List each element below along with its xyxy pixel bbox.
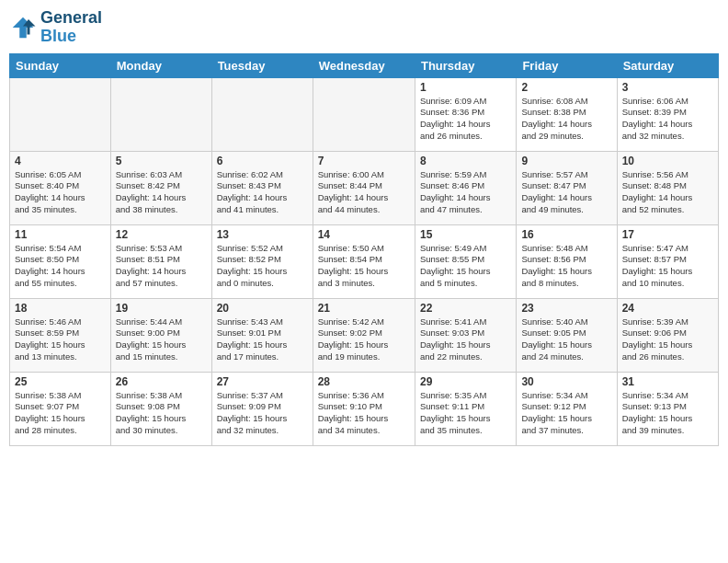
day-info: Sunrise: 5:36 AM Sunset: 9:10 PM Dayligh… xyxy=(318,390,410,437)
calendar-cell: 2Sunrise: 6:08 AM Sunset: 8:38 PM Daylig… xyxy=(517,77,617,151)
day-number: 26 xyxy=(116,375,207,388)
day-number: 19 xyxy=(116,302,207,315)
day-info: Sunrise: 5:47 AM Sunset: 8:57 PM Dayligh… xyxy=(622,243,713,290)
calendar-cell: 31Sunrise: 5:34 AM Sunset: 9:13 PM Dayli… xyxy=(617,372,718,445)
day-number: 3 xyxy=(622,81,713,94)
calendar-cell: 7Sunrise: 6:00 AM Sunset: 8:44 PM Daylig… xyxy=(313,151,415,224)
day-number: 1 xyxy=(420,81,511,94)
day-info: Sunrise: 5:38 AM Sunset: 9:08 PM Dayligh… xyxy=(116,390,207,437)
logo: General Blue xyxy=(9,9,102,46)
day-number: 28 xyxy=(318,375,410,388)
day-number: 20 xyxy=(217,302,308,315)
calendar-cell: 22Sunrise: 5:41 AM Sunset: 9:03 PM Dayli… xyxy=(415,298,516,372)
weekday-header-saturday: Saturday xyxy=(617,53,718,77)
day-info: Sunrise: 5:50 AM Sunset: 8:54 PM Dayligh… xyxy=(318,243,410,290)
weekday-header-wednesday: Wednesday xyxy=(313,53,415,77)
calendar-week-5: 25Sunrise: 5:38 AM Sunset: 9:07 PM Dayli… xyxy=(10,372,719,445)
calendar-cell: 14Sunrise: 5:50 AM Sunset: 8:54 PM Dayli… xyxy=(313,224,415,298)
day-number: 21 xyxy=(318,302,410,315)
day-number: 15 xyxy=(420,228,511,241)
day-info: Sunrise: 5:38 AM Sunset: 9:07 PM Dayligh… xyxy=(15,390,106,437)
calendar-cell: 12Sunrise: 5:53 AM Sunset: 8:51 PM Dayli… xyxy=(110,224,211,298)
day-number: 9 xyxy=(521,155,611,167)
day-info: Sunrise: 5:37 AM Sunset: 9:09 PM Dayligh… xyxy=(217,390,308,437)
day-info: Sunrise: 5:46 AM Sunset: 8:59 PM Dayligh… xyxy=(15,316,106,363)
calendar-cell: 18Sunrise: 5:46 AM Sunset: 8:59 PM Dayli… xyxy=(10,298,111,372)
calendar-cell: 28Sunrise: 5:36 AM Sunset: 9:10 PM Dayli… xyxy=(313,372,415,445)
calendar-cell: 6Sunrise: 6:02 AM Sunset: 8:43 PM Daylig… xyxy=(211,151,313,224)
calendar-cell: 26Sunrise: 5:38 AM Sunset: 9:08 PM Dayli… xyxy=(110,372,211,445)
day-info: Sunrise: 5:42 AM Sunset: 9:02 PM Dayligh… xyxy=(318,316,410,363)
day-info: Sunrise: 5:39 AM Sunset: 9:06 PM Dayligh… xyxy=(622,316,713,363)
day-info: Sunrise: 6:06 AM Sunset: 8:39 PM Dayligh… xyxy=(622,96,713,143)
day-number: 16 xyxy=(521,228,611,241)
page-container: General Blue SundayMondayTuesdayWednesda… xyxy=(0,0,728,563)
day-info: Sunrise: 5:34 AM Sunset: 9:12 PM Dayligh… xyxy=(521,390,611,437)
day-info: Sunrise: 5:59 AM Sunset: 8:46 PM Dayligh… xyxy=(420,169,511,216)
calendar-cell: 21Sunrise: 5:42 AM Sunset: 9:02 PM Dayli… xyxy=(313,298,415,372)
day-info: Sunrise: 6:09 AM Sunset: 8:36 PM Dayligh… xyxy=(420,96,511,143)
day-info: Sunrise: 6:00 AM Sunset: 8:44 PM Dayligh… xyxy=(318,169,410,216)
calendar-cell: 27Sunrise: 5:37 AM Sunset: 9:09 PM Dayli… xyxy=(211,372,313,445)
calendar-cell: 4Sunrise: 6:05 AM Sunset: 8:40 PM Daylig… xyxy=(10,151,111,224)
weekday-header-friday: Friday xyxy=(517,53,617,77)
weekday-header-tuesday: Tuesday xyxy=(211,53,313,77)
day-info: Sunrise: 6:03 AM Sunset: 8:42 PM Dayligh… xyxy=(116,169,207,216)
day-info: Sunrise: 5:56 AM Sunset: 8:48 PM Dayligh… xyxy=(622,169,713,216)
day-number: 7 xyxy=(318,155,410,167)
day-number: 13 xyxy=(217,228,308,241)
calendar-cell: 10Sunrise: 5:56 AM Sunset: 8:48 PM Dayli… xyxy=(617,151,718,224)
calendar: SundayMondayTuesdayWednesdayThursdayFrid… xyxy=(9,53,719,446)
day-info: Sunrise: 5:53 AM Sunset: 8:51 PM Dayligh… xyxy=(116,243,207,290)
day-info: Sunrise: 5:54 AM Sunset: 8:50 PM Dayligh… xyxy=(15,243,106,290)
calendar-header-row: SundayMondayTuesdayWednesdayThursdayFrid… xyxy=(10,53,719,77)
calendar-cell: 16Sunrise: 5:48 AM Sunset: 8:56 PM Dayli… xyxy=(517,224,617,298)
day-number: 25 xyxy=(15,375,106,388)
day-number: 30 xyxy=(521,375,611,388)
day-number: 2 xyxy=(521,81,611,94)
calendar-cell xyxy=(110,77,211,151)
day-info: Sunrise: 5:57 AM Sunset: 8:47 PM Dayligh… xyxy=(521,169,611,216)
calendar-cell: 30Sunrise: 5:34 AM Sunset: 9:12 PM Dayli… xyxy=(517,372,617,445)
calendar-cell: 3Sunrise: 6:06 AM Sunset: 8:39 PM Daylig… xyxy=(617,77,718,151)
calendar-cell: 19Sunrise: 5:44 AM Sunset: 9:00 PM Dayli… xyxy=(110,298,211,372)
calendar-cell: 9Sunrise: 5:57 AM Sunset: 8:47 PM Daylig… xyxy=(517,151,617,224)
day-number: 29 xyxy=(420,375,511,388)
day-info: Sunrise: 5:35 AM Sunset: 9:11 PM Dayligh… xyxy=(420,390,511,437)
calendar-cell xyxy=(211,77,313,151)
day-number: 17 xyxy=(622,228,713,241)
day-number: 22 xyxy=(420,302,511,315)
day-number: 11 xyxy=(15,228,106,241)
logo-icon xyxy=(9,14,37,41)
day-number: 6 xyxy=(217,155,308,167)
day-info: Sunrise: 5:43 AM Sunset: 9:01 PM Dayligh… xyxy=(217,316,308,363)
calendar-cell: 23Sunrise: 5:40 AM Sunset: 9:05 PM Dayli… xyxy=(517,298,617,372)
calendar-cell: 17Sunrise: 5:47 AM Sunset: 8:57 PM Dayli… xyxy=(617,224,718,298)
calendar-week-3: 11Sunrise: 5:54 AM Sunset: 8:50 PM Dayli… xyxy=(10,224,719,298)
calendar-cell: 11Sunrise: 5:54 AM Sunset: 8:50 PM Dayli… xyxy=(10,224,111,298)
weekday-header-sunday: Sunday xyxy=(10,53,111,77)
calendar-cell: 15Sunrise: 5:49 AM Sunset: 8:55 PM Dayli… xyxy=(415,224,516,298)
day-number: 23 xyxy=(521,302,611,315)
calendar-cell xyxy=(10,77,111,151)
day-info: Sunrise: 5:49 AM Sunset: 8:55 PM Dayligh… xyxy=(420,243,511,290)
weekday-header-monday: Monday xyxy=(110,53,211,77)
day-number: 18 xyxy=(15,302,106,315)
day-info: Sunrise: 6:05 AM Sunset: 8:40 PM Dayligh… xyxy=(15,169,106,216)
day-number: 4 xyxy=(15,155,106,167)
calendar-week-4: 18Sunrise: 5:46 AM Sunset: 8:59 PM Dayli… xyxy=(10,298,719,372)
day-number: 27 xyxy=(217,375,308,388)
calendar-cell: 24Sunrise: 5:39 AM Sunset: 9:06 PM Dayli… xyxy=(617,298,718,372)
calendar-cell: 29Sunrise: 5:35 AM Sunset: 9:11 PM Dayli… xyxy=(415,372,516,445)
weekday-header-thursday: Thursday xyxy=(415,53,516,77)
day-info: Sunrise: 5:41 AM Sunset: 9:03 PM Dayligh… xyxy=(420,316,511,363)
day-info: Sunrise: 5:48 AM Sunset: 8:56 PM Dayligh… xyxy=(521,243,611,290)
day-number: 14 xyxy=(318,228,410,241)
day-info: Sunrise: 6:02 AM Sunset: 8:43 PM Dayligh… xyxy=(217,169,308,216)
day-info: Sunrise: 5:44 AM Sunset: 9:00 PM Dayligh… xyxy=(116,316,207,363)
calendar-cell xyxy=(313,77,415,151)
day-number: 5 xyxy=(116,155,207,167)
day-info: Sunrise: 6:08 AM Sunset: 8:38 PM Dayligh… xyxy=(521,96,611,143)
day-info: Sunrise: 5:34 AM Sunset: 9:13 PM Dayligh… xyxy=(622,390,713,437)
day-number: 12 xyxy=(116,228,207,241)
